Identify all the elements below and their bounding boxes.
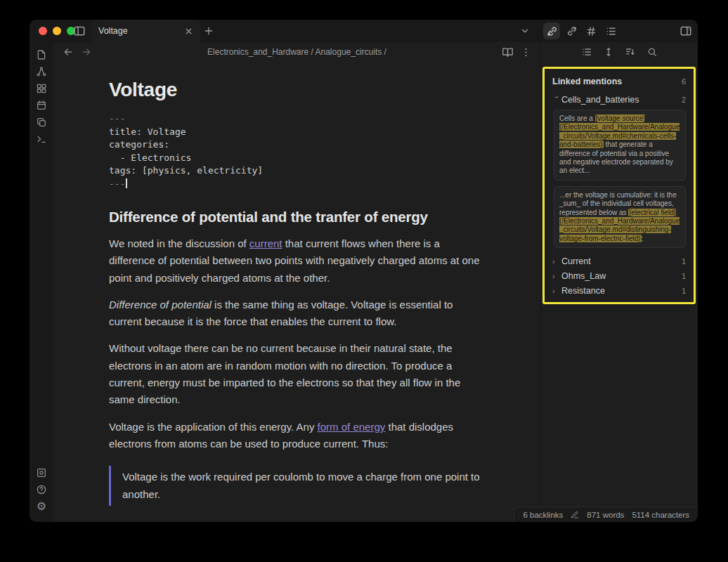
paragraph: Difference of potential is the same thin… [109,296,481,331]
italic-text: Difference of potential [109,299,212,311]
more-options-icon[interactable] [519,46,532,58]
backlink-match-card[interactable]: ...er the voltage is cumulative: it is t… [554,186,686,248]
tags-tab-icon[interactable] [583,22,599,39]
right-sidebar-tabs [543,22,619,39]
sort-order-icon[interactable] [625,46,636,58]
frontmatter-line: - Electronics [109,152,481,165]
pencil-icon [571,511,579,519]
backlink-group-name: Resistance [561,286,682,296]
chevron-icon[interactable]: › [552,272,561,280]
daily-note-calendar-icon[interactable] [33,97,50,114]
close-window-button[interactable] [39,27,47,35]
reading-view-icon[interactable] [501,46,514,58]
frontmatter-line: title: Voltage [109,126,481,139]
backlink-group-name: Current [561,256,682,266]
text-segment: Cells are a [559,115,595,122]
linked-mentions-count: 6 [682,77,686,86]
graph-view-icon[interactable] [33,63,50,80]
backlink-group-row[interactable]: ›Resistance1 [552,283,686,298]
chevron-icon[interactable]: › [552,287,561,295]
section-heading: Difference of potential and the tranfer … [109,209,481,226]
paragraph: Without voltage there can be no current … [109,340,481,408]
note-editor[interactable]: Voltage ---title: Voltagecategories: - E… [53,62,540,522]
backlink-count-status[interactable]: 6 backlinks [523,511,563,519]
help-icon[interactable] [33,481,50,498]
backlink-group-row[interactable]: ›Transistors1 [552,298,686,304]
paragraph: Voltage is the application of this energ… [109,419,481,453]
expand-collapse-icon[interactable] [603,46,614,58]
backlink-groups: ›Cells_and_batteries2Cells are a [voltag… [552,92,686,304]
quick-switcher-icon[interactable] [33,46,50,63]
backlink-group-row[interactable]: ›Ohms_Law1 [552,268,686,283]
settings-gear-icon[interactable]: ⚙ [33,498,50,515]
window-controls [39,27,75,35]
sidebar-left-toggle-icon[interactable] [73,25,86,37]
annotation-highlight-box: Linked mentions 6 ›Cells_and_batteries2C… [542,67,696,304]
backlink-group-row[interactable]: ›Cells_and_batteries2 [552,92,686,107]
text-segment: Voltage is the work required per coulomb… [122,471,480,499]
blockquote: Voltage is the work required per coulomb… [109,466,481,506]
paragraph: We noted in the discussion of current th… [109,235,481,287]
text-segment: We noted in the discussion of [109,237,249,249]
tab-list-chevron-icon[interactable] [520,26,530,36]
editor-pane: Electronics_and_Hardware / Analogue_circ… [53,42,540,522]
templates-copy-icon[interactable] [33,114,50,131]
linked-mentions-label: Linked mentions [552,77,682,86]
word-count-status: 871 words [587,511,624,519]
backlinks-toolbar [541,42,698,62]
new-tab-button[interactable] [203,25,214,37]
character-count-status: 5114 characters [632,511,689,519]
tab-bar: Voltage [30,20,698,42]
outgoing-links-tab-icon[interactable] [563,22,580,39]
close-icon[interactable] [183,26,193,36]
backlink-group-count: 2 [682,96,686,104]
text-cursor [126,178,127,188]
minimize-window-button[interactable] [53,27,61,35]
backlink-group-count: 1 [682,272,686,280]
backlinks-tab-icon[interactable] [543,22,560,39]
sidebar-right-toggle-icon[interactable] [680,25,692,37]
list-icon[interactable] [581,46,592,58]
breadcrumb[interactable]: Electronics_and_Hardware / Analogue_circ… [53,42,540,62]
terminal-icon[interactable] [33,131,50,148]
editor-header: Electronics_and_Hardware / Analogue_circ… [53,42,540,62]
left-ribbon: ⚙ [30,42,53,522]
text-segment: Without voltage there can be no current … [109,342,460,405]
text-segment: : [642,235,644,242]
linked-mentions-header[interactable]: Linked mentions 6 [552,74,686,89]
note-title: Voltage [109,79,481,101]
internal-link[interactable]: form of energy [318,421,386,433]
frontmatter-line: categories: [109,138,481,152]
tab-voltage[interactable]: Voltage [91,20,200,42]
tab-title: Voltage [98,26,183,36]
frontmatter-line: tags: [physics, electricity] [109,164,481,178]
backlink-group-row[interactable]: ›Current1 [552,254,686,268]
status-bar: 6 backlinks 871 words 5114 characters [514,507,698,522]
chevron-icon[interactable]: › [552,257,561,266]
search-icon[interactable] [646,46,658,58]
chevron-icon[interactable]: › [553,96,561,105]
chevron-icon[interactable]: › [552,301,561,304]
backlink-group-name: Cells_and_batteries [561,95,682,105]
blockquote-text: Voltage is the work required per coulomb… [122,469,481,503]
internal-link[interactable]: current [249,237,282,249]
vault-switcher-icon[interactable] [33,464,50,481]
backlink-group-name: Ohms_Law [561,271,682,281]
app-window: Voltage [30,20,698,522]
outline-tab-icon[interactable] [602,22,619,39]
frontmatter-line: --- [109,178,481,191]
backlink-match-card[interactable]: Cells are a [voltage source](/Electronic… [554,110,686,181]
backlink-group-name: Transistors [561,301,682,304]
frontmatter-line: --- [109,112,481,126]
frontmatter-block: ---title: Voltagecategories: - Electroni… [109,112,481,190]
text-segment: Voltage is the application of this energ… [109,421,318,433]
canvas-icon[interactable] [33,80,50,97]
note-content: ---title: Voltagecategories: - Electroni… [109,112,481,522]
backlinks-panel: Linked mentions 6 ›Cells_and_batteries2C… [540,42,698,522]
backlink-group-count: 1 [682,301,686,304]
backlink-group-count: 1 [682,287,686,295]
backlink-group-count: 1 [682,257,686,266]
